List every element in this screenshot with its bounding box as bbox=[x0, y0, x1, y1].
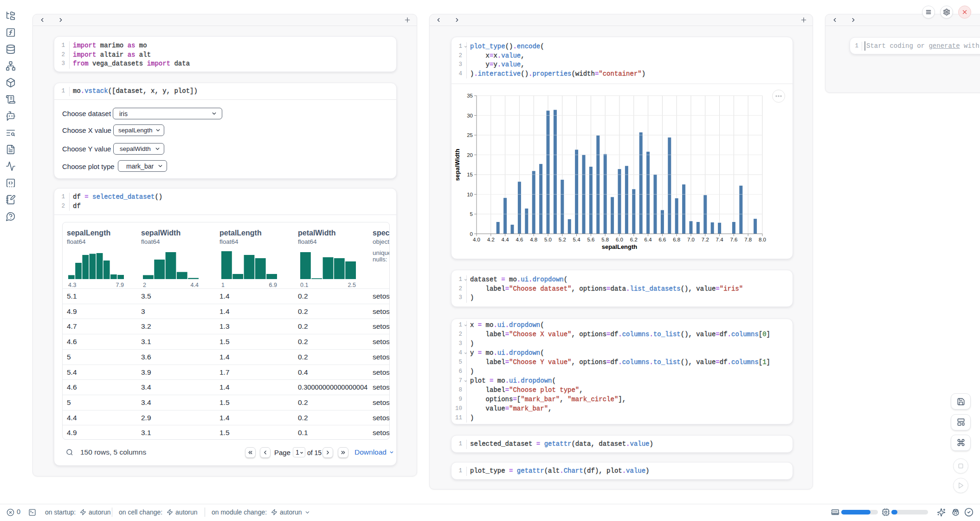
svg-text:4.2: 4.2 bbox=[487, 237, 495, 242]
svg-text:4.6: 4.6 bbox=[516, 237, 523, 242]
svg-text:8.0: 8.0 bbox=[759, 237, 766, 242]
svg-text:4.4: 4.4 bbox=[502, 237, 509, 242]
svg-text:sepalLength: sepalLength bbox=[602, 243, 638, 250]
svg-text:30: 30 bbox=[467, 113, 473, 118]
svg-text:5: 5 bbox=[470, 211, 473, 217]
svg-text:25: 25 bbox=[467, 132, 473, 138]
svg-text:6.6: 6.6 bbox=[658, 237, 666, 242]
svg-text:7.6: 7.6 bbox=[730, 237, 737, 242]
svg-text:0: 0 bbox=[470, 231, 473, 237]
svg-text:5.0: 5.0 bbox=[544, 237, 552, 242]
svg-text:4.8: 4.8 bbox=[530, 237, 537, 242]
svg-text:15: 15 bbox=[467, 172, 473, 177]
svg-text:5.4: 5.4 bbox=[573, 237, 581, 242]
svg-text:5.6: 5.6 bbox=[587, 237, 594, 242]
svg-text:6.8: 6.8 bbox=[673, 237, 680, 242]
svg-text:6.4: 6.4 bbox=[645, 237, 652, 242]
svg-text:4.0: 4.0 bbox=[473, 237, 480, 242]
svg-text:5.8: 5.8 bbox=[601, 237, 609, 242]
svg-text:sepalWidth: sepalWidth bbox=[454, 149, 461, 181]
svg-text:6.2: 6.2 bbox=[630, 237, 638, 242]
svg-text:7.2: 7.2 bbox=[702, 237, 709, 242]
svg-text:7.4: 7.4 bbox=[716, 237, 724, 242]
svg-text:5.2: 5.2 bbox=[559, 237, 566, 242]
svg-text:20: 20 bbox=[467, 152, 473, 158]
svg-text:7.8: 7.8 bbox=[744, 237, 752, 242]
svg-text:7.0: 7.0 bbox=[687, 237, 695, 242]
svg-text:35: 35 bbox=[467, 93, 473, 98]
svg-text:10: 10 bbox=[467, 192, 473, 197]
svg-text:6.0: 6.0 bbox=[616, 237, 623, 242]
